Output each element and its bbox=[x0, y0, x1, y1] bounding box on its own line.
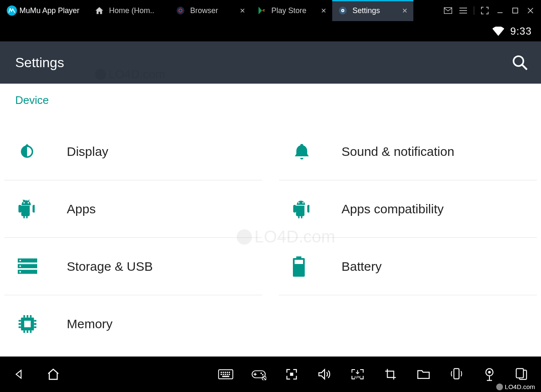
tab-settings[interactable]: Settings ✕ bbox=[332, 0, 413, 21]
android-status-bar: 9:33 bbox=[0, 21, 541, 41]
svg-rect-25 bbox=[221, 374, 222, 375]
browser-icon bbox=[176, 6, 185, 15]
settings-item-label: Battery bbox=[342, 259, 382, 274]
settings-item-label: Apps bbox=[67, 202, 96, 216]
gear-icon bbox=[338, 6, 347, 15]
nav-left-group bbox=[11, 367, 61, 382]
android-nav-bar: APK LO4D.com bbox=[0, 357, 541, 392]
svg-point-32 bbox=[260, 373, 262, 374]
tab-label: Home (Hom.. bbox=[109, 6, 154, 15]
emulator-app-name: MuMu App Player bbox=[19, 6, 79, 15]
mumu-logo-icon bbox=[7, 5, 17, 16]
tab-close-button[interactable]: ✕ bbox=[240, 7, 245, 15]
settings-item-memory[interactable]: Memory bbox=[4, 295, 262, 353]
emulator-titlebar: MuMu App Player Home (Hom.. Browser ✕ Pl… bbox=[0, 0, 541, 21]
nav-right-group: APK bbox=[218, 367, 530, 382]
apk-install-icon[interactable]: APK bbox=[350, 367, 365, 382]
multi-window-icon[interactable] bbox=[515, 367, 530, 382]
settings-action-bar: Settings LO4D.com bbox=[0, 41, 541, 84]
android-icon bbox=[292, 200, 342, 218]
tab-playstore[interactable]: Play Store ✕ bbox=[251, 0, 332, 21]
crop-icon[interactable] bbox=[383, 367, 398, 382]
keyboard-icon[interactable] bbox=[218, 367, 233, 382]
svg-point-9 bbox=[302, 202, 303, 203]
tab-browser[interactable]: Browser ✕ bbox=[170, 0, 251, 21]
tab-strip: Home (Hom.. Browser ✕ Play Store ✕ Setti… bbox=[89, 0, 413, 21]
volume-icon[interactable] bbox=[317, 367, 332, 382]
memory-icon bbox=[17, 314, 67, 334]
svg-point-14 bbox=[19, 265, 21, 267]
separator bbox=[474, 6, 474, 15]
svg-rect-27 bbox=[225, 374, 226, 375]
svg-rect-29 bbox=[229, 374, 230, 375]
svg-rect-20 bbox=[221, 372, 222, 373]
mail-icon[interactable] bbox=[443, 6, 453, 15]
svg-rect-41 bbox=[516, 369, 523, 378]
bell-icon bbox=[292, 142, 342, 161]
search-button[interactable] bbox=[511, 54, 528, 71]
settings-item-label: Sound & notification bbox=[342, 144, 454, 159]
gamepad-icon[interactable] bbox=[251, 367, 266, 382]
tab-home[interactable]: Home (Hom.. bbox=[89, 0, 170, 21]
settings-item-label: Display bbox=[67, 144, 108, 159]
android-icon bbox=[17, 200, 67, 218]
svg-point-33 bbox=[262, 374, 264, 376]
home-button[interactable] bbox=[46, 367, 61, 382]
emulator-logo: MuMu App Player bbox=[0, 5, 89, 16]
svg-point-8 bbox=[298, 202, 299, 203]
svg-point-13 bbox=[19, 259, 21, 261]
emulator-window-controls bbox=[437, 6, 541, 15]
svg-point-39 bbox=[488, 371, 491, 373]
settings-content: Device Display Sound & notification Apps… bbox=[0, 84, 541, 357]
svg-rect-24 bbox=[229, 372, 230, 373]
settings-item-label: Apps compatibility bbox=[342, 202, 444, 216]
svg-rect-28 bbox=[227, 374, 228, 375]
battery-icon bbox=[292, 256, 342, 277]
svg-text:APK: APK bbox=[354, 375, 361, 379]
maximize-button[interactable] bbox=[511, 6, 520, 15]
settings-item-battery[interactable]: Battery bbox=[279, 238, 537, 295]
close-button[interactable] bbox=[526, 6, 535, 15]
page-title: Settings bbox=[15, 55, 64, 71]
tab-close-button[interactable]: ✕ bbox=[321, 7, 326, 15]
settings-item-storage[interactable]: Storage & USB bbox=[4, 238, 262, 295]
svg-point-7 bbox=[27, 202, 29, 203]
watermark-footer: LO4D.com bbox=[494, 382, 538, 391]
display-icon bbox=[17, 142, 67, 161]
wifi-icon bbox=[492, 27, 504, 36]
fullscreen-icon[interactable] bbox=[480, 6, 489, 15]
settings-item-apps[interactable]: Apps bbox=[4, 180, 262, 238]
svg-rect-35 bbox=[290, 373, 293, 376]
tab-label: Play Store bbox=[271, 6, 306, 15]
svg-rect-37 bbox=[454, 369, 459, 379]
tab-close-button[interactable]: ✕ bbox=[402, 7, 407, 15]
location-icon[interactable] bbox=[482, 367, 497, 382]
svg-rect-21 bbox=[223, 372, 224, 373]
minimize-button[interactable] bbox=[495, 6, 505, 15]
svg-point-5 bbox=[514, 56, 523, 66]
menu-icon[interactable] bbox=[459, 6, 468, 15]
settings-item-display[interactable]: Display bbox=[4, 123, 262, 180]
empty-cell bbox=[279, 295, 537, 353]
svg-point-6 bbox=[23, 202, 25, 203]
fullscreen-icon[interactable] bbox=[284, 367, 299, 382]
svg-rect-26 bbox=[223, 374, 224, 375]
settings-item-apps-compat[interactable]: Apps compatibility bbox=[279, 180, 537, 238]
settings-item-label: Storage & USB bbox=[67, 259, 153, 274]
shake-icon[interactable] bbox=[449, 367, 464, 382]
play-store-icon bbox=[257, 6, 266, 15]
svg-rect-30 bbox=[222, 376, 230, 377]
tab-label: Settings bbox=[352, 6, 380, 15]
watermark: LO4D.com bbox=[95, 68, 165, 81]
back-button[interactable] bbox=[11, 367, 26, 382]
svg-point-0 bbox=[177, 7, 184, 14]
settings-grid: Display Sound & notification Apps Apps c… bbox=[0, 111, 541, 353]
svg-rect-23 bbox=[227, 372, 228, 373]
svg-point-15 bbox=[19, 271, 21, 272]
svg-rect-22 bbox=[225, 372, 226, 373]
svg-rect-3 bbox=[444, 8, 452, 14]
svg-rect-4 bbox=[513, 8, 518, 13]
settings-item-sound[interactable]: Sound & notification bbox=[279, 123, 537, 180]
folder-icon[interactable] bbox=[416, 367, 431, 382]
settings-item-label: Memory bbox=[67, 317, 112, 331]
